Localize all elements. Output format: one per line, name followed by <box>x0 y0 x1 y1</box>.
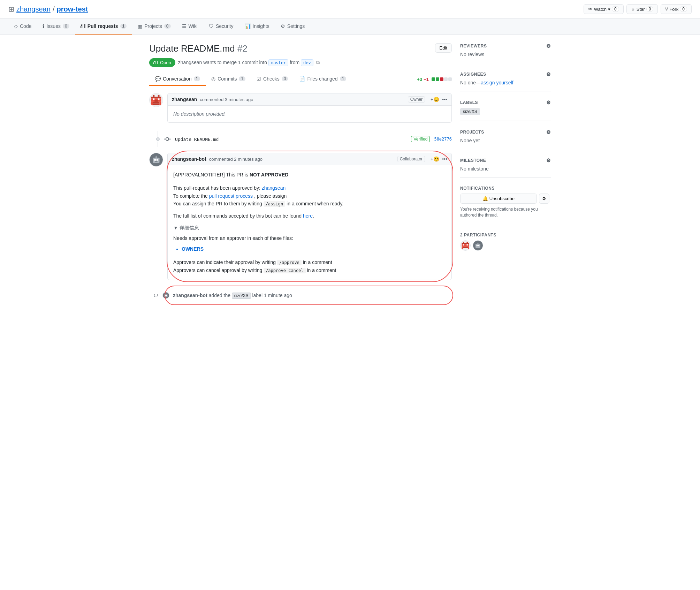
svg-rect-22 <box>166 295 167 296</box>
bot-comment-menu-button[interactable]: ••• <box>442 156 447 162</box>
comment-menu-button[interactable]: ••• <box>442 97 447 102</box>
bot-comment-box: zhangsean-bot commented 2 minutes ago Co… <box>167 153 452 280</box>
tab-code[interactable]: ◇ Code <box>8 18 37 35</box>
commit-icon <box>164 136 171 143</box>
merge-icon: ⛙ <box>153 60 158 65</box>
svg-rect-15 <box>157 159 158 161</box>
tab-insights[interactable]: 📊 Insights <box>239 18 275 35</box>
first-comment-actions: +😊 ••• <box>431 97 447 102</box>
label-event-row: 🏷 zhangsean-bot added the size/XS la <box>152 288 452 302</box>
svg-rect-20 <box>165 294 168 297</box>
projects-title: Projects ⚙ <box>460 129 551 135</box>
assignees-gear[interactable]: ⚙ <box>546 71 551 77</box>
owners-link[interactable]: OWNERS <box>182 246 204 252</box>
fork-button[interactable]: ⑂ Fork 0 <box>661 4 692 14</box>
milestone-gear[interactable]: ⚙ <box>546 158 551 163</box>
milestone-value: No milestone <box>460 166 551 172</box>
bot-add-reaction-button[interactable]: +😊 <box>431 156 439 162</box>
separator: / <box>53 5 55 13</box>
svg-rect-11 <box>153 104 160 105</box>
first-comment-time: commented 3 minutes ago <box>200 97 253 102</box>
security-icon: 🛡 <box>209 23 214 29</box>
tab-settings[interactable]: ⚙ Settings <box>275 18 311 35</box>
repo-icon: ⊞ <box>8 5 14 13</box>
notif-gear-button[interactable]: ⚙ <box>539 194 549 204</box>
pull-request-process-link[interactable]: pull request process <box>209 193 253 199</box>
assignees-value: No one—assign yourself <box>460 80 551 85</box>
header-actions: 👁 Watch ▾ 0 ☆ Star 0 ⑂ Fork 0 <box>584 4 692 14</box>
svg-rect-16 <box>155 161 158 162</box>
diff-block-5 <box>448 77 452 81</box>
tab-commits[interactable]: ◎ Commits 1 <box>206 73 251 86</box>
svg-rect-36 <box>477 245 478 246</box>
tab-projects[interactable]: ▦ Projects 0 <box>132 18 176 35</box>
star-icon: ☆ <box>631 7 635 12</box>
first-comment-role: Owner <box>408 96 425 103</box>
repo-nav: ◇ Code ℹ Issues 0 ⛙ Pull requests 1 ▦ Pr… <box>0 18 700 35</box>
labels-title: Labels ⚙ <box>460 100 551 105</box>
tab-files-changed[interactable]: 📄 Files changed 1 <box>294 73 352 86</box>
sidebar-assignees: Assignees ⚙ No one—assign yourself <box>460 71 551 91</box>
target-branch[interactable]: master <box>268 59 288 66</box>
projects-gear[interactable]: ⚙ <box>546 129 551 135</box>
settings-icon: ⚙ <box>281 23 285 29</box>
commit-sha[interactable]: 58e2776 <box>434 137 452 142</box>
watch-count: 0 <box>612 6 619 12</box>
assign-yourself-link[interactable]: assign yourself <box>481 80 513 85</box>
svg-rect-5 <box>153 98 155 100</box>
commit-verified-badge: Verified <box>411 136 430 142</box>
tab-pull-requests[interactable]: ⛙ Pull requests 1 <box>75 18 132 35</box>
commit-message: Update README.md <box>175 137 219 142</box>
tab-checks[interactable]: ☑ Checks 0 <box>251 73 294 86</box>
labels-gear[interactable]: ⚙ <box>546 100 551 105</box>
sidebar-reviewers: Reviewers ⚙ No reviews <box>460 43 551 63</box>
first-comment-avatar <box>149 93 163 107</box>
svg-rect-1 <box>153 95 155 97</box>
repo-owner-link[interactable]: zhangsean <box>16 5 51 13</box>
bot-comment-thread: zhangsean-bot commented 2 minutes ago Co… <box>149 153 452 280</box>
diff-block-3 <box>440 77 443 81</box>
tab-wiki[interactable]: ☰ Wiki <box>176 18 203 35</box>
star-button[interactable]: ☆ Star 0 <box>626 4 658 14</box>
edit-button[interactable]: Edit <box>435 43 452 53</box>
details-toggle[interactable]: ▼ 详细信息 <box>173 224 446 232</box>
bot-comment-time: commented 2 minutes ago <box>209 157 262 162</box>
approve-code-2: /approve cancel <box>264 268 305 273</box>
diff-block-1 <box>432 77 435 81</box>
notif-text: You're receiving notifications because y… <box>460 206 551 218</box>
watch-button[interactable]: 👁 Watch ▾ 0 <box>584 4 624 14</box>
repo-title: ⊞ zhangsean / prow-test <box>8 5 88 13</box>
svg-rect-8 <box>154 100 158 102</box>
tab-issues[interactable]: ℹ Issues 0 <box>37 18 75 35</box>
wiki-icon: ☰ <box>182 23 187 29</box>
fork-icon: ⑂ <box>665 6 668 12</box>
diff-additions: +3 <box>417 77 422 82</box>
label-event-wrapper: 🏷 zhangsean-bot added the size/XS la <box>149 286 452 305</box>
approver-link[interactable]: zhangsean <box>262 185 286 191</box>
tab-security[interactable]: 🛡 Security <box>203 18 239 35</box>
source-branch[interactable]: dev <box>301 59 313 66</box>
first-comment-text: No description provided. <box>173 111 446 117</box>
add-reaction-button[interactable]: +😊 <box>431 97 439 102</box>
svg-rect-32 <box>462 247 463 249</box>
commands-link[interactable]: here <box>303 213 313 219</box>
first-comment-author: zhangsean <box>172 97 197 102</box>
svg-rect-14 <box>154 159 156 161</box>
unsubscribe-button[interactable]: 🔔 Unsubscribe <box>460 194 537 204</box>
watch-dropdown-icon: ▾ <box>608 7 610 12</box>
projects-value: None yet <box>460 138 551 143</box>
bot-comment-wrapper: zhangsean-bot commented 2 minutes ago Co… <box>149 153 452 280</box>
participant-1-avatar <box>460 240 471 251</box>
needs-approval-text: Needs approval from an approver in each … <box>173 234 446 242</box>
files-icon: 📄 <box>299 76 305 82</box>
sidebar-notifications: Notifications 🔔 Unsubscribe ⚙ You're rec… <box>460 186 551 224</box>
pr-meta: ⛙ Open zhangsean wants to merge 1 commit… <box>149 58 452 67</box>
reviewers-gear[interactable]: ⚙ <box>546 43 551 49</box>
notif-btn-row: 🔔 Unsubscribe ⚙ <box>460 194 551 204</box>
repo-name-link[interactable]: prow-test <box>56 5 88 13</box>
tab-conversation[interactable]: 💬 Conversation 1 <box>149 73 206 86</box>
pr-tabs: 💬 Conversation 1 ◎ Commits 1 ☑ Checks 0 … <box>149 73 452 86</box>
copy-icon[interactable]: ⧉ <box>316 60 320 65</box>
event-author: zhangsean-bot <box>173 293 207 298</box>
projects-icon: ▦ <box>138 23 142 29</box>
